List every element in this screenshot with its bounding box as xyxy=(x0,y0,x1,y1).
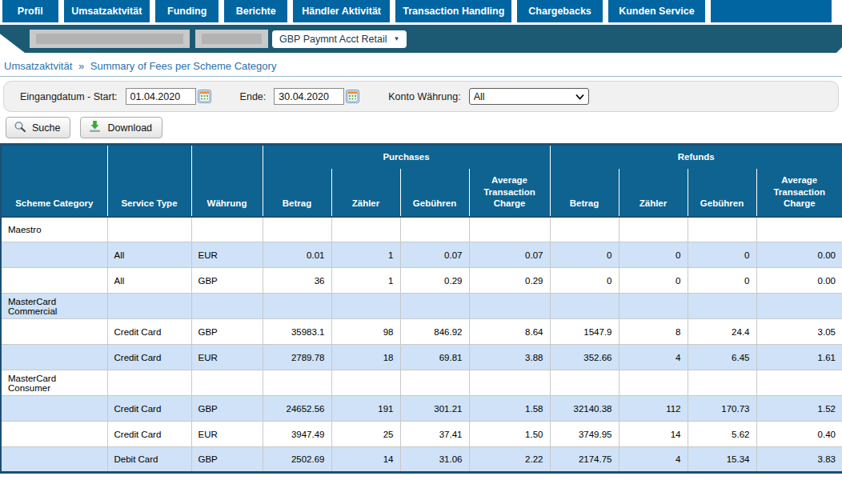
value-cell: 1.52 xyxy=(756,396,842,422)
start-date-label: Eingangdatum - Start: xyxy=(20,91,118,102)
column-header-waehrung: Währung xyxy=(191,145,263,217)
value-cell: 3749.95 xyxy=(550,422,619,447)
account-currency-label: Konto Währung: xyxy=(388,91,460,102)
redacted-text-block xyxy=(36,34,183,44)
value-cell: 4 xyxy=(619,345,688,370)
value-cell: 3.05 xyxy=(756,319,842,345)
end-date-group xyxy=(274,88,359,105)
value-cell xyxy=(756,370,842,396)
end-calendar-icon[interactable] xyxy=(346,90,359,103)
account-selector-dropdown[interactable]: GBP Paymnt Acct Retail ▼ xyxy=(272,30,407,48)
value-cell: 6.45 xyxy=(688,345,756,370)
value-cell: 31.06 xyxy=(400,447,469,473)
account-currency-select[interactable]: All xyxy=(469,88,589,105)
group-header-refunds: Refunds xyxy=(550,145,842,169)
value-cell: 1.61 xyxy=(756,345,842,370)
redacted-text-block xyxy=(202,34,262,44)
scheme-category-cell: MasterCard Commercial xyxy=(1,294,107,319)
value-cell: 3947.49 xyxy=(263,422,331,447)
value-cell: 0.40 xyxy=(756,422,842,447)
service-type-cell: Credit Card xyxy=(107,396,191,422)
start-date-group xyxy=(126,88,211,105)
end-date-label: Ende: xyxy=(240,91,267,102)
end-date-input[interactable] xyxy=(274,88,344,105)
nav-tab-label: Umsatzaktvität xyxy=(71,6,142,17)
value-cell xyxy=(619,294,688,319)
start-calendar-icon[interactable] xyxy=(198,90,211,103)
value-cell: 0.00 xyxy=(756,268,842,294)
service-type-cell xyxy=(107,294,191,319)
nav-tab-haendler-aktivitaet[interactable]: Händler Aktivität xyxy=(293,0,390,22)
value-cell: 0 xyxy=(688,242,756,268)
value-cell xyxy=(619,217,688,242)
nav-tab-transaction-handling[interactable]: Transaction Handling xyxy=(395,0,511,22)
value-cell xyxy=(400,217,469,242)
value-cell: 24652.56 xyxy=(263,396,331,422)
value-cell: 0 xyxy=(688,268,756,294)
fee-data-row: Credit CardGBP35983.198846.928.641547.98… xyxy=(1,319,842,345)
value-cell xyxy=(331,294,400,319)
value-cell xyxy=(469,294,550,319)
value-cell xyxy=(469,217,550,242)
nav-tab-funding[interactable]: Funding xyxy=(155,0,219,22)
fees-table-body: MaestroAllEUR0.0110.070.070000.00AllGBP3… xyxy=(1,217,842,473)
scheme-category-group-row: MasterCard Consumer xyxy=(1,370,842,396)
download-icon xyxy=(88,120,102,135)
service-type-cell xyxy=(107,217,191,242)
scheme-category-cell: Maestro xyxy=(1,217,107,242)
value-cell: 1.50 xyxy=(469,422,550,447)
value-cell: 8 xyxy=(619,319,688,345)
service-type-cell: All xyxy=(107,268,191,294)
scheme-category-cell xyxy=(1,268,107,294)
breadcrumb-parent-link[interactable]: Umsatzaktvität xyxy=(4,60,72,72)
nav-tab-chargebacks[interactable]: Chargebacks xyxy=(517,0,602,22)
value-cell xyxy=(469,370,550,396)
service-type-cell: Credit Card xyxy=(107,345,191,370)
search-button[interactable]: Suche xyxy=(6,117,70,138)
value-cell: 0 xyxy=(619,268,688,294)
currency-cell: GBP xyxy=(191,268,263,294)
merchant-number-box[interactable] xyxy=(195,30,268,48)
value-cell: 191 xyxy=(331,396,400,422)
chevron-down-icon: ▼ xyxy=(394,35,400,42)
nav-tab-berichte[interactable]: Berichte xyxy=(224,0,287,22)
page-title: Summary of Fees per Scheme Category xyxy=(90,60,277,72)
column-header-purchases-avg-charge: Average Transaction Charge xyxy=(469,169,550,217)
value-cell: 2174.75 xyxy=(550,447,619,473)
value-cell: 112 xyxy=(619,396,688,422)
currency-cell xyxy=(191,370,263,396)
service-type-cell xyxy=(107,370,191,396)
column-header-purchases-zaehler: Zähler xyxy=(331,169,400,217)
value-cell xyxy=(263,294,331,319)
breadcrumb: Umsatzaktvität » Summary of Fees per Sch… xyxy=(0,53,842,77)
value-cell xyxy=(619,370,688,396)
nav-tab-label: Transaction Handling xyxy=(403,6,504,17)
group-header-purchases: Purchases xyxy=(263,145,550,169)
search-button-label: Suche xyxy=(32,122,60,134)
column-header-scheme-category: Scheme Category xyxy=(1,145,107,217)
currency-cell xyxy=(191,294,263,319)
value-cell: 0.07 xyxy=(469,242,550,268)
column-header-purchases-gebuehren: Gebühren xyxy=(400,169,469,217)
download-button[interactable]: Download xyxy=(80,117,162,138)
value-cell xyxy=(331,217,400,242)
nav-tab-umsatzaktvitaet[interactable]: Umsatzaktvität xyxy=(64,0,150,22)
merchant-name-box[interactable] xyxy=(30,30,190,48)
scheme-category-cell xyxy=(1,447,107,473)
scheme-category-cell: MasterCard Consumer xyxy=(1,370,107,396)
nav-tab-kunden-service[interactable]: Kunden Service xyxy=(608,0,705,22)
currency-cell: GBP xyxy=(191,447,263,473)
column-header-refunds-betrag: Betrag xyxy=(550,169,619,217)
value-cell xyxy=(688,294,756,319)
value-cell: 0.07 xyxy=(400,242,469,268)
nav-right-gap xyxy=(837,0,842,22)
value-cell xyxy=(688,370,756,396)
currency-cell: GBP xyxy=(191,319,263,345)
value-cell: 0.00 xyxy=(756,242,842,268)
column-header-refunds-gebuehren: Gebühren xyxy=(688,169,756,217)
column-header-service-type: Service Type xyxy=(107,145,191,217)
value-cell xyxy=(263,370,331,396)
nav-tab-profil[interactable]: Profil xyxy=(2,0,58,22)
fee-data-row: Debit CardGBP2502.691431.062.222174.7541… xyxy=(1,447,842,473)
start-date-input[interactable] xyxy=(126,88,196,105)
